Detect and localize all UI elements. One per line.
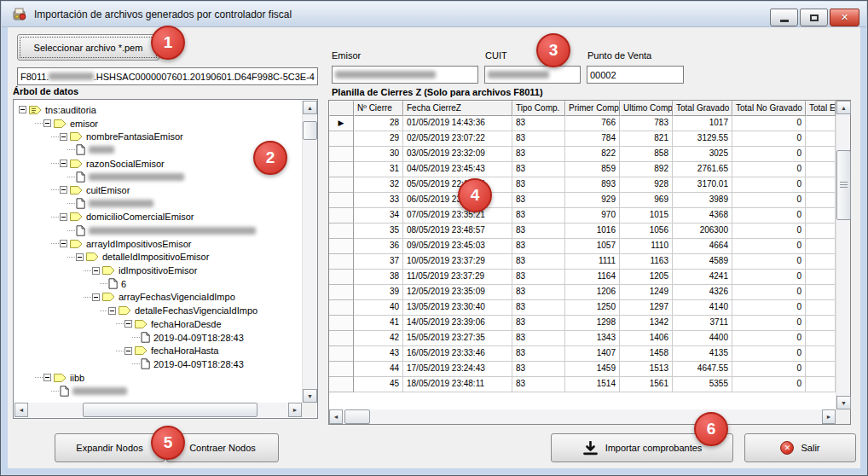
table-cell[interactable]: 33 <box>354 193 403 208</box>
table-cell[interactable]: 4241 <box>673 270 732 285</box>
table-cell[interactable]: 821 <box>620 131 673 147</box>
exit-button[interactable]: ✕ Salir <box>744 433 856 462</box>
table-cell[interactable]: 44 <box>354 362 403 377</box>
table-cell[interactable]: 83 <box>512 254 565 270</box>
table-row[interactable]: 3811/05/2019 23:37:29831164120542410 <box>329 270 836 285</box>
table-cell[interactable] <box>806 285 836 300</box>
tree-hscrollbar[interactable]: ◄ ► <box>14 403 302 417</box>
grid-column-header[interactable]: Total No Gravado <box>732 101 806 116</box>
table-cell[interactable]: 83 <box>512 285 565 300</box>
table-cell[interactable]: 16/05/2019 23:33:46 <box>403 346 512 362</box>
table-cell[interactable]: 0 <box>732 346 806 362</box>
table-cell[interactable]: 1017 <box>673 116 732 131</box>
table-cell[interactable]: 36 <box>354 239 403 254</box>
tree-hscroll-thumb[interactable] <box>83 403 258 417</box>
table-cell[interactable]: 0 <box>732 285 806 300</box>
table-row[interactable]: 4114/05/2019 23:39:06831298134237110 <box>329 316 836 331</box>
table-cell[interactable]: 0 <box>732 377 806 392</box>
table-cell[interactable]: 1458 <box>620 346 673 362</box>
row-selector-cell[interactable] <box>329 346 354 362</box>
table-row[interactable]: 4417/05/2019 23:24:4383145915134647.550 <box>329 362 836 377</box>
emisor-field[interactable] <box>332 66 478 84</box>
table-cell[interactable]: 83 <box>512 346 565 362</box>
table-cell[interactable]: 4140 <box>673 300 732 316</box>
table-cell[interactable]: 3170.01 <box>673 177 732 193</box>
table-cell[interactable]: 893 <box>565 177 620 193</box>
table-cell[interactable] <box>806 239 836 254</box>
table-cell[interactable]: 83 <box>512 316 565 331</box>
table-cell[interactable]: 766 <box>565 116 620 131</box>
select-pem-file-button[interactable]: Seleccionar archivo *.pem <box>17 34 159 61</box>
table-cell[interactable]: 928 <box>620 177 673 193</box>
table-cell[interactable]: 0 <box>732 270 806 285</box>
table-cell[interactable]: 1459 <box>565 362 620 377</box>
grid-vscrollbar[interactable]: ▲ ▼ <box>836 101 850 409</box>
tree-node[interactable]: cuitEmisor <box>15 183 301 197</box>
table-row[interactable]: 3003/05/2019 23:32:098382285830250 <box>329 147 836 162</box>
table-cell[interactable]: 1015 <box>620 208 673 223</box>
tree-node[interactable]: emisor <box>15 117 301 131</box>
table-row[interactable]: 3710/05/2019 23:37:29831111116345890 <box>329 254 836 270</box>
table-cell[interactable]: 41 <box>354 316 403 331</box>
table-cell[interactable]: 3989 <box>673 193 732 208</box>
table-row[interactable]: 4215/05/2019 23:27:35831343140644000 <box>329 331 836 346</box>
grid-vscroll-thumb[interactable] <box>836 150 851 220</box>
table-cell[interactable]: 4647.55 <box>673 362 732 377</box>
titlebar[interactable]: Importación de archivos generados por co… <box>2 2 866 27</box>
table-cell[interactable]: 1407 <box>565 346 620 362</box>
table-cell[interactable]: 43 <box>354 346 403 362</box>
table-cell[interactable] <box>806 377 836 392</box>
table-cell[interactable]: 859 <box>565 162 620 177</box>
table-cell[interactable] <box>806 362 836 377</box>
table-cell[interactable] <box>806 193 836 208</box>
table-cell[interactable] <box>806 116 836 131</box>
table-cell[interactable]: 83 <box>512 331 565 346</box>
table-cell[interactable] <box>806 177 836 193</box>
tree-scroll-right-button[interactable]: ► <box>288 403 302 417</box>
tree-node[interactable]: domicilioComercialEmisor <box>15 211 301 224</box>
grid-scroll-left-button[interactable]: ◄ <box>329 409 343 424</box>
collapse-node-icon[interactable] <box>108 307 116 315</box>
row-selector-cell[interactable] <box>329 300 354 316</box>
tree-vscrollbar[interactable]: ▲ ▼ <box>302 101 316 403</box>
table-cell[interactable]: 15/05/2019 23:27:35 <box>403 331 512 346</box>
table-cell[interactable]: 0 <box>732 116 806 131</box>
file-name-field[interactable]: F8011..HSHSAC0000007601.20190601.D64F998… <box>17 67 318 85</box>
table-cell[interactable]: 929 <box>565 193 620 208</box>
table-cell[interactable]: 783 <box>620 116 673 131</box>
table-cell[interactable]: 4135 <box>673 346 732 362</box>
table-cell[interactable]: 32 <box>354 177 403 193</box>
table-cell[interactable]: 4400 <box>673 331 732 346</box>
table-cell[interactable] <box>806 131 836 147</box>
tree-node[interactable]: fechaHoraHasta <box>15 344 301 357</box>
table-cell[interactable]: 1110 <box>620 239 673 254</box>
tree-scroll-left-button[interactable]: ◄ <box>14 403 28 417</box>
row-selector-cell[interactable] <box>329 285 354 300</box>
table-cell[interactable]: 3129.55 <box>673 131 732 147</box>
collapse-node-icon[interactable] <box>43 374 51 381</box>
table-cell[interactable]: 1298 <box>565 316 620 331</box>
row-selector-cell[interactable] <box>329 316 354 331</box>
grid-column-header[interactable]: Ultimo Comp. <box>620 101 673 116</box>
table-cell[interactable]: 3711 <box>673 316 732 331</box>
table-cell[interactable]: 1249 <box>620 285 673 300</box>
table-cell[interactable]: 1016 <box>565 223 620 239</box>
table-cell[interactable]: 1343 <box>565 331 620 346</box>
tree-node[interactable]: tns:auditoria <box>15 103 301 117</box>
table-cell[interactable]: 83 <box>512 131 565 147</box>
row-selector-cell[interactable] <box>329 147 354 162</box>
table-cell[interactable]: 0 <box>732 162 806 177</box>
tree-node[interactable] <box>15 384 301 398</box>
table-cell[interactable]: 14/05/2019 23:39:06 <box>403 316 512 331</box>
tree-node[interactable]: detalleFechasVigenciaIdImpo <box>15 304 301 317</box>
table-cell[interactable]: 1164 <box>565 270 620 285</box>
table-cell[interactable]: 83 <box>512 162 565 177</box>
table-cell[interactable]: 45 <box>354 377 403 392</box>
table-cell[interactable] <box>806 316 836 331</box>
table-cell[interactable] <box>806 162 836 177</box>
collapse-node-icon[interactable] <box>43 119 51 127</box>
table-row[interactable]: 3205/05/2019 22:15:04838939283170.010 <box>329 177 836 193</box>
tree-node[interactable]: nombreFantasiaEmisor <box>15 130 301 143</box>
table-cell[interactable]: 40 <box>354 300 403 316</box>
table-cell[interactable]: 03/05/2019 23:32:09 <box>403 147 512 162</box>
